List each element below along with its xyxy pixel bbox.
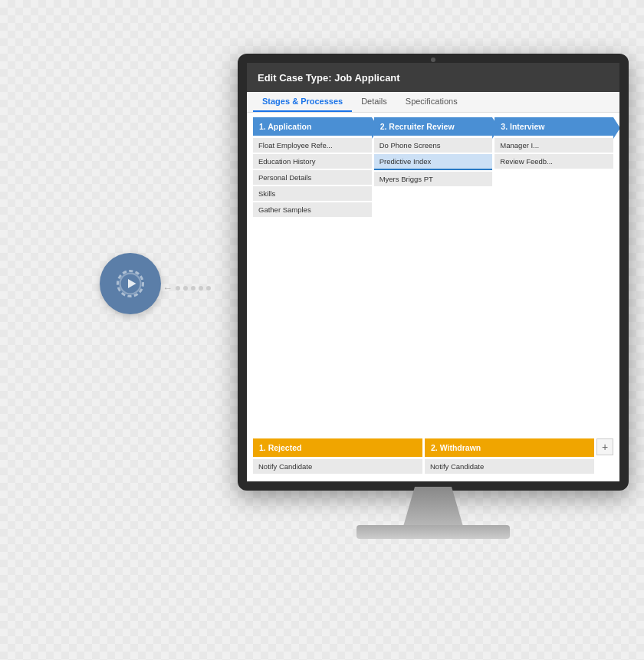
monitor: Edit Case Type: Job Applicant Stages & P… bbox=[238, 54, 636, 575]
terminal-header-withdrawn: 2. Withdrawn bbox=[425, 438, 594, 457]
main-content: 1. Application Float Employee Refe... Ed… bbox=[247, 113, 619, 481]
dot-1 bbox=[176, 286, 180, 291]
app-header: Edit Case Type: Job Applicant bbox=[247, 63, 619, 92]
spacer bbox=[247, 223, 619, 435]
terminal-col-withdrawn: 2. Withdrawn Notify Candidate bbox=[425, 438, 594, 475]
app-title: Edit Case Type: Job Applicant bbox=[258, 72, 400, 84]
dot-3 bbox=[191, 286, 196, 291]
navigation-dots: ← bbox=[163, 282, 211, 294]
stage-col-interview: 3. Interview Manager I... Review Feedb..… bbox=[495, 117, 613, 218]
app-container: Edit Case Type: Job Applicant Stages & P… bbox=[247, 63, 619, 481]
terminal-item[interactable]: Notify Candidate bbox=[425, 459, 594, 474]
list-item[interactable]: Gather Samples bbox=[253, 202, 372, 217]
stage-col-recruiter: 2. Recruiter Review Do Phone Screens Pre… bbox=[374, 117, 493, 218]
list-item[interactable]: Do Phone Screens bbox=[374, 138, 493, 153]
tab-stages[interactable]: Stages & Processes bbox=[253, 92, 352, 112]
camera-dot bbox=[431, 57, 435, 62]
list-item[interactable]: Manager I... bbox=[495, 138, 613, 153]
tab-specifications[interactable]: Specifications bbox=[396, 92, 467, 112]
app-tabs: Stages & Processes Details Specification… bbox=[247, 92, 619, 113]
stage-header-application: 1. Application bbox=[253, 117, 372, 136]
monitor-neck bbox=[402, 487, 464, 529]
dot-2 bbox=[183, 286, 188, 291]
monitor-screen: Edit Case Type: Job Applicant Stages & P… bbox=[247, 63, 619, 481]
list-item[interactable]: Float Employee Refe... bbox=[253, 138, 372, 153]
terminal-col-rejected: 1. Rejected Notify Candidate bbox=[253, 438, 422, 475]
tab-details[interactable]: Details bbox=[352, 92, 396, 112]
stage-col-application: 1. Application Float Employee Refe... Ed… bbox=[253, 117, 372, 218]
list-item[interactable]: Myers Briggs PT bbox=[374, 172, 493, 186]
terminal-header-rejected: 1. Rejected bbox=[253, 438, 422, 457]
monitor-bezel: Edit Case Type: Job Applicant Stages & P… bbox=[238, 54, 629, 491]
list-item[interactable]: Review Feedb... bbox=[495, 154, 613, 169]
terminal-item[interactable]: Notify Candidate bbox=[253, 459, 422, 474]
stage-header-recruiter: 2. Recruiter Review bbox=[374, 117, 493, 136]
arrow-left-icon: ← bbox=[163, 282, 172, 294]
gear-icon bbox=[117, 270, 144, 297]
svg-marker-1 bbox=[128, 279, 136, 288]
dot-5 bbox=[206, 286, 211, 291]
list-item[interactable]: Skills bbox=[253, 186, 372, 201]
monitor-base bbox=[356, 525, 510, 539]
stage-header-interview: 3. Interview bbox=[495, 117, 613, 136]
add-stage-button[interactable]: + bbox=[596, 438, 613, 455]
gear-button[interactable] bbox=[100, 253, 161, 314]
list-item[interactable]: Education History bbox=[253, 154, 372, 169]
dot-4 bbox=[199, 286, 203, 291]
terminal-section: 1. Rejected Notify Candidate 2. Withdraw… bbox=[247, 435, 619, 481]
list-item[interactable]: Personal Details bbox=[253, 170, 372, 185]
list-item[interactable]: Predictive Index bbox=[374, 154, 493, 170]
stages-wrapper: 1. Application Float Employee Refe... Ed… bbox=[247, 113, 619, 223]
